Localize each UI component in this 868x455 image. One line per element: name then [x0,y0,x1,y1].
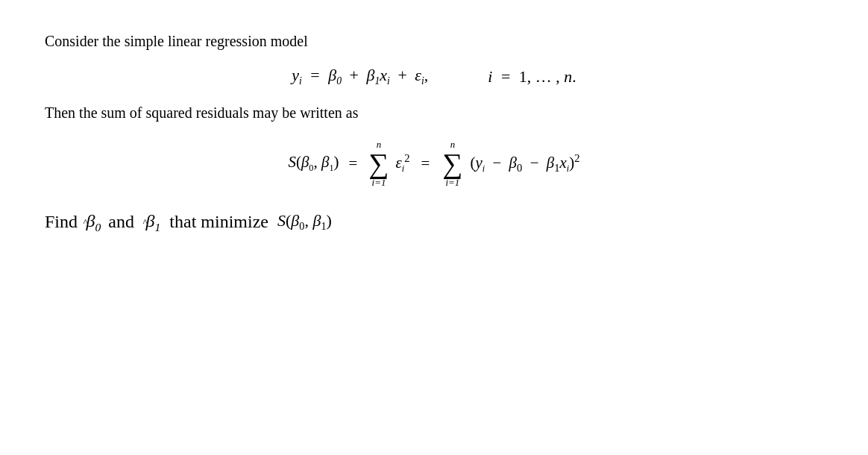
epsilon-squared: εi2 [396,152,410,175]
S-function: S(β0, β1) [288,153,339,175]
sum1-sigma: ∑ [368,151,389,176]
sum1-bottom: i=1 [372,177,386,189]
residuals-text: Then the sum of squared residuals may be… [45,101,823,124]
equation1-condition: i = 1, … , n. [488,67,576,87]
summation-equation: S(β0, β1) = n ∑ i=1 εi2 = n ∑ i=1 (yi − … [45,139,823,188]
first-summation: n ∑ i=1 [368,139,389,188]
find-line: Find ^β0 and ^β1 that minimize S(β0, β1) [45,211,823,234]
equation1-block: yi = β0 + β1xi + εi, i = 1, … , n. [45,66,823,88]
S-function-find: S(β0, β1) [277,211,332,233]
main-content: Consider the simple linear regression mo… [45,30,823,233]
second-summation: n ∑ i=1 [442,139,462,188]
sum2-sigma: ∑ [442,151,462,176]
beta0-hat: ^β0 [82,211,101,234]
intro-text: Consider the simple linear regression mo… [45,30,823,52]
sum2-bottom: i=1 [445,177,459,189]
equals2: = [421,154,430,173]
equals1: = [349,154,358,173]
equation1-formula: yi = β0 + β1xi + εi, [292,66,428,88]
find-label: Find [45,212,78,232]
and-label: and [108,212,134,232]
squared-residual-term: (yi − β0 − β1xi)2 [470,152,579,175]
beta1-hat: ^β1 [142,211,160,234]
minimize-label: that minimize [169,212,268,232]
